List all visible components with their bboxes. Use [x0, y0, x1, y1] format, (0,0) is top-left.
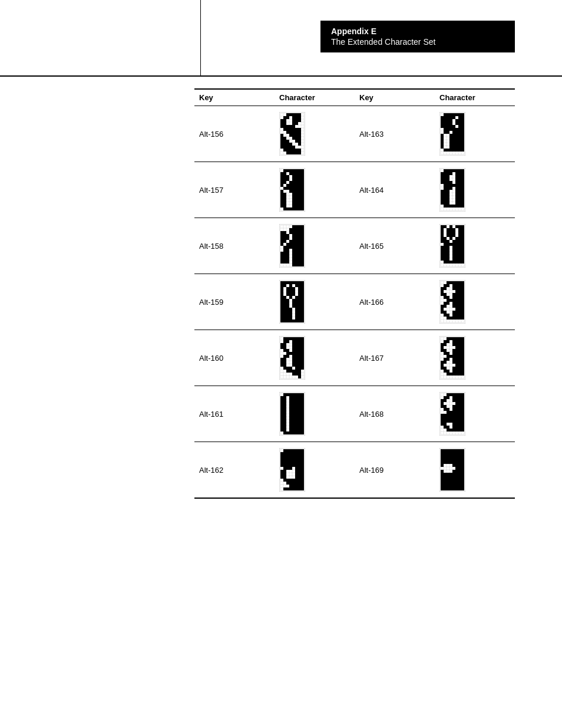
- svg-rect-312: [292, 205, 295, 207]
- svg-rect-1110: [292, 396, 295, 399]
- svg-rect-1282: [449, 420, 452, 423]
- svg-rect-836: [449, 299, 452, 302]
- svg-rect-368: [441, 178, 444, 181]
- svg-rect-963: [289, 367, 292, 370]
- svg-rect-608: [447, 243, 449, 246]
- svg-rect-378: [455, 181, 458, 184]
- svg-rect-1449: [444, 449, 447, 452]
- svg-rect-1416: [283, 487, 286, 490]
- svg-rect-1362: [283, 461, 286, 464]
- svg-rect-801: [447, 281, 449, 284]
- svg-rect-306: [292, 202, 295, 205]
- svg-rect-470: [298, 231, 301, 234]
- svg-rect-1483: [449, 461, 452, 464]
- svg-rect-1526: [444, 482, 447, 485]
- svg-rect-414: [447, 199, 449, 202]
- svg-rect-480: [283, 237, 286, 240]
- svg-rect-44: [280, 125, 283, 128]
- svg-rect-25: [286, 113, 289, 116]
- key-cell-left: Alt-158: [194, 218, 275, 274]
- svg-rect-249: [295, 175, 298, 178]
- svg-rect-1456: [441, 452, 444, 455]
- svg-rect-953: [298, 361, 301, 364]
- svg-rect-1347: [286, 455, 289, 458]
- svg-rect-927: [292, 349, 295, 352]
- svg-rect-686: [295, 281, 298, 284]
- svg-rect-1461: [455, 452, 458, 455]
- svg-rect-529: [286, 258, 289, 261]
- svg-rect-129: [444, 116, 447, 119]
- svg-rect-133: [458, 116, 461, 119]
- svg-rect-1455: [461, 449, 464, 452]
- svg-rect-716: [295, 296, 298, 299]
- svg-rect-1183: [301, 426, 304, 429]
- svg-rect-1548: [461, 487, 464, 490]
- svg-rect-968: [289, 370, 292, 373]
- svg-rect-1454: [458, 449, 461, 452]
- svg-rect-183: [452, 140, 455, 143]
- svg-rect-299: [283, 199, 286, 202]
- svg-rect-1274: [449, 417, 452, 420]
- key-cell-left: Alt-161: [194, 386, 275, 442]
- svg-rect-1339: [286, 452, 289, 455]
- svg-rect-697: [289, 287, 292, 290]
- svg-rect-1378: [286, 467, 289, 470]
- svg-rect-350: [449, 169, 452, 172]
- svg-rect-837: [452, 299, 455, 302]
- svg-rect-609: [449, 243, 452, 246]
- svg-rect-283: [295, 190, 298, 193]
- svg-rect-511: [298, 249, 301, 252]
- svg-rect-861: [458, 311, 461, 314]
- svg-rect-407: [444, 196, 447, 199]
- svg-rect-612: [458, 243, 461, 246]
- svg-rect-93: [292, 151, 295, 154]
- svg-rect-1038: [455, 355, 458, 358]
- svg-rect-272: [301, 184, 304, 187]
- svg-rect-33: [295, 116, 298, 119]
- svg-rect-543: [298, 263, 301, 266]
- svg-rect-703: [289, 290, 292, 293]
- svg-rect-1536: [449, 485, 452, 487]
- svg-rect-627: [461, 249, 464, 252]
- svg-rect-204: [458, 149, 461, 151]
- svg-rect-403: [455, 193, 458, 196]
- svg-rect-1408: [295, 482, 298, 485]
- svg-rect-464: [301, 228, 304, 231]
- svg-rect-1509: [441, 476, 444, 479]
- svg-rect-1368: [301, 461, 304, 464]
- svg-rect-1149: [280, 414, 283, 417]
- svg-rect-1547: [458, 487, 461, 490]
- svg-rect-179: [458, 137, 461, 140]
- svg-rect-79: [298, 143, 301, 146]
- svg-rect-1045: [458, 358, 461, 361]
- svg-rect-723: [295, 299, 298, 302]
- svg-rect-715: [289, 296, 292, 299]
- svg-rect-395: [444, 190, 447, 193]
- svg-rect-60: [280, 134, 283, 137]
- svg-rect-56: [289, 131, 292, 134]
- svg-rect-236: [298, 169, 301, 172]
- svg-rect-1034: [461, 352, 464, 355]
- svg-rect-817: [458, 287, 461, 290]
- svg-rect-807: [444, 284, 447, 287]
- svg-rect-1298: [461, 426, 464, 429]
- svg-rect-973: [295, 373, 298, 375]
- svg-rect-199: [444, 149, 447, 151]
- svg-rect-1304: [461, 429, 464, 431]
- svg-rect-64: [298, 134, 301, 137]
- svg-rect-1330: [283, 449, 286, 452]
- svg-rect-138: [449, 119, 452, 122]
- svg-rect-700: [301, 287, 304, 290]
- svg-rect-469: [295, 231, 298, 234]
- svg-rect-577: [447, 228, 449, 231]
- svg-rect-400: [441, 193, 444, 196]
- svg-rect-767: [301, 317, 304, 319]
- svg-rect-1070: [449, 373, 452, 375]
- svg-rect-1506: [455, 473, 458, 476]
- svg-rect-688: [301, 281, 304, 284]
- svg-rect-768: [280, 319, 283, 322]
- table-row: Alt-157 Alt-164: [194, 162, 515, 218]
- svg-rect-1017: [458, 343, 461, 346]
- svg-rect-1244: [461, 402, 464, 405]
- svg-rect-158: [449, 128, 452, 131]
